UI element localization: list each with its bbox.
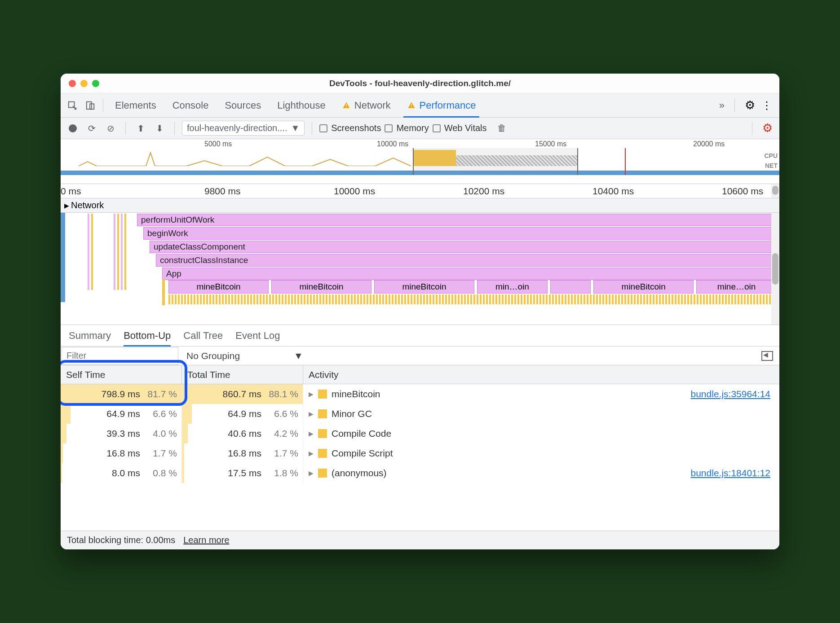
- flame-frame[interactable]: updateClassComponent: [150, 241, 777, 253]
- separator: [752, 122, 752, 135]
- tab-elements[interactable]: Elements: [107, 93, 164, 118]
- flame-frame[interactable]: mine…oin: [696, 280, 777, 294]
- upload-icon[interactable]: ⬆: [133, 121, 148, 136]
- ruler-tick: 0 ms: [61, 186, 81, 197]
- subtab-summary[interactable]: Summary: [69, 325, 111, 347]
- webvitals-checkbox[interactable]: Web Vitals: [433, 123, 487, 133]
- tick-label: 15000 ms: [535, 140, 566, 148]
- kebab-icon[interactable]: ⋮: [761, 99, 772, 112]
- show-heaviest-stack-icon[interactable]: [761, 351, 773, 361]
- separator: [312, 122, 312, 135]
- separator: [174, 122, 175, 135]
- separator: [125, 122, 126, 135]
- table-row[interactable]: 8.0 ms0.8 %17.5 ms1.8 %▶(anonymous)bundl…: [61, 463, 779, 483]
- flame-frame[interactable]: App: [162, 268, 777, 280]
- screenshots-checkbox[interactable]: Screenshots: [319, 123, 381, 133]
- chevron-right-icon: ▶: [309, 410, 314, 417]
- source-link[interactable]: bundle.js:35964:14: [691, 389, 771, 399]
- script-color-icon: [318, 409, 327, 418]
- device-icon[interactable]: [81, 97, 99, 114]
- flame-frame[interactable]: beginWork: [143, 227, 777, 240]
- col-self-time[interactable]: Self Time: [61, 365, 182, 384]
- col-total-time[interactable]: Total Time: [182, 365, 303, 384]
- flame-frame[interactable]: min…oin: [477, 280, 548, 294]
- trash-icon[interactable]: 🗑: [494, 121, 509, 136]
- flame-frame[interactable]: mineBitcoin: [271, 280, 371, 294]
- script-color-icon: [318, 429, 327, 438]
- scrollbar[interactable]: [771, 213, 779, 325]
- clear-button[interactable]: ⊘: [103, 121, 118, 136]
- script-color-icon: [318, 390, 327, 399]
- ruler-tick: 10000 ms: [334, 186, 375, 197]
- chevron-right-icon: ▶: [309, 390, 314, 398]
- activity-label: Compile Code: [332, 428, 391, 439]
- chevron-right-icon: ▶: [309, 450, 314, 457]
- subtab-call-tree[interactable]: Call Tree: [183, 325, 223, 347]
- subtab-bottom-up[interactable]: Bottom-Up: [124, 325, 171, 347]
- ruler-tick: 10200 ms: [463, 186, 504, 197]
- tab-console[interactable]: Console: [164, 93, 217, 118]
- ruler-tick: 10600 ms: [722, 186, 763, 197]
- subtab-event-log[interactable]: Event Log: [235, 325, 280, 347]
- table-body: 798.9 ms81.7 %860.7 ms88.1 %▶mineBitcoin…: [61, 384, 779, 531]
- ruler-tick: 10400 ms: [592, 186, 634, 197]
- perf-toolbar: ⟳ ⊘ ⬆ ⬇ foul-heavenly-direction....▼ Scr…: [61, 118, 779, 139]
- table-row[interactable]: 64.9 ms6.6 %64.9 ms6.6 %▶Minor GC: [61, 404, 779, 424]
- flame-frame[interactable]: mineBitcoin: [168, 280, 269, 294]
- separator: [103, 99, 103, 112]
- col-activity[interactable]: Activity: [303, 365, 779, 384]
- flame-chart[interactable]: performUnitOfWork beginWork updateClassC…: [61, 213, 779, 325]
- tab-performance[interactable]: Performance: [399, 93, 484, 118]
- flame-frame[interactable]: [550, 280, 591, 294]
- record-button[interactable]: [65, 121, 80, 136]
- tab-lighthouse[interactable]: Lighthouse: [269, 93, 334, 118]
- table-row[interactable]: 16.8 ms1.7 %16.8 ms1.7 %▶Compile Script: [61, 443, 779, 463]
- warning-icon: [342, 101, 351, 110]
- flame-ticks: [168, 294, 777, 304]
- flame-frame[interactable]: mineBitcoin: [374, 280, 474, 294]
- svg-rect-6: [411, 107, 412, 108]
- reload-button[interactable]: ⟳: [84, 121, 99, 136]
- memory-checkbox[interactable]: Memory: [385, 123, 429, 133]
- table-row[interactable]: 798.9 ms81.7 %860.7 ms88.1 %▶mineBitcoin…: [61, 384, 779, 404]
- gear-icon[interactable]: ⚙: [745, 98, 755, 112]
- network-section-header[interactable]: ▶ Network: [61, 198, 779, 213]
- tab-sources[interactable]: Sources: [217, 93, 269, 118]
- chevron-right-icon: ▶: [64, 202, 69, 209]
- tick-label: 10000 ms: [377, 140, 408, 148]
- devtools-window: DevTools - foul-heavenly-direction.glitc…: [61, 74, 779, 549]
- flame-frame[interactable]: mineBitcoin: [593, 280, 694, 294]
- grouping-select[interactable]: No Grouping▼: [186, 351, 303, 361]
- chevron-right-icon: ▶: [309, 469, 314, 477]
- capture-settings-icon[interactable]: ⚙: [760, 121, 775, 136]
- source-link[interactable]: bundle.js:18401:12: [691, 468, 771, 478]
- flame-frame[interactable]: performUnitOfWork: [137, 214, 777, 226]
- ruler-tick: 9800 ms: [204, 186, 241, 197]
- activity-label: Minor GC: [332, 408, 372, 419]
- overview-selection[interactable]: [413, 148, 578, 175]
- tick-label: 5000 ms: [204, 140, 232, 148]
- window-title: DevTools - foul-heavenly-direction.glitc…: [61, 79, 779, 88]
- detail-ruler[interactable]: 0 ms 9800 ms 10000 ms 10200 ms 10400 ms …: [61, 184, 779, 198]
- table-row[interactable]: 39.3 ms4.0 %40.6 ms4.2 %▶Compile Code: [61, 424, 779, 443]
- overview-timeline[interactable]: 5000 ms 10000 ms 15000 ms 20000 ms CPU N…: [61, 139, 779, 184]
- filter-row: No Grouping▼: [61, 347, 779, 365]
- main-tabs: Elements Console Sources Lighthouse Netw…: [61, 93, 779, 118]
- recording-select[interactable]: foul-heavenly-direction....▼: [182, 121, 305, 136]
- flame-frame[interactable]: constructClassInstance: [156, 254, 777, 267]
- svg-rect-4: [346, 107, 347, 108]
- activity-label: (anonymous): [332, 468, 387, 478]
- filter-input[interactable]: [62, 347, 178, 365]
- separator: [734, 99, 735, 112]
- inspect-icon[interactable]: [63, 97, 81, 114]
- warning-icon: [407, 101, 416, 110]
- learn-more-link[interactable]: Learn more: [183, 535, 229, 545]
- svg-rect-5: [411, 104, 412, 106]
- download-icon[interactable]: ⬇: [152, 121, 167, 136]
- more-tabs-icon[interactable]: »: [719, 100, 725, 111]
- script-color-icon: [318, 449, 327, 458]
- tab-network[interactable]: Network: [334, 93, 399, 118]
- scrollbar[interactable]: [771, 184, 779, 198]
- network-label: Network: [71, 200, 104, 211]
- blocking-time-label: Total blocking time: 0.00ms: [67, 535, 175, 545]
